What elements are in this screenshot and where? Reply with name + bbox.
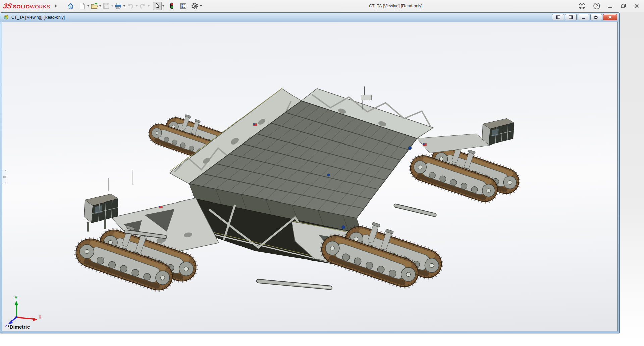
properties-button[interactable]: [179, 2, 188, 10]
home-icon: [67, 3, 74, 9]
save-icon: [103, 3, 109, 9]
gear-icon: [191, 2, 198, 9]
undo-dropdown[interactable]: [135, 2, 138, 10]
client-area-right: [620, 12, 644, 346]
options-button[interactable]: [191, 2, 199, 10]
pane-left-icon: [556, 15, 560, 19]
undo-icon: [127, 3, 134, 9]
operator-cab: [84, 194, 118, 232]
solidworks-app: 3S SOLIDWORKS: [0, 0, 644, 346]
redo-button[interactable]: [138, 2, 147, 10]
print-dropdown[interactable]: [123, 2, 126, 10]
doc-minimize-icon: [582, 16, 586, 19]
stoplight-icon: [170, 2, 174, 9]
open-button[interactable]: [90, 2, 99, 10]
doc-minimize-button[interactable]: [578, 14, 589, 20]
document-window-controls: [552, 14, 617, 20]
app-toolbar: 3S SOLIDWORKS: [0, 0, 644, 12]
cursor-arrow-icon: [155, 3, 160, 9]
save-dropdown[interactable]: [111, 2, 114, 10]
save-button[interactable]: [102, 2, 111, 10]
quick-access-toolbar: [66, 2, 203, 10]
axis-label-y: Y: [15, 296, 17, 300]
ds-3s-glyph: 3S: [2, 2, 13, 10]
assembly-icon: [3, 14, 9, 20]
open-icon: [91, 3, 98, 9]
restore-icon[interactable]: [621, 3, 627, 9]
doc-close-button[interactable]: [603, 14, 617, 20]
select-tool-button[interactable]: [153, 2, 162, 10]
rear-cab: [482, 118, 514, 145]
design-checker-button[interactable]: [168, 2, 176, 10]
new-document-dropdown[interactable]: [87, 2, 90, 10]
doc-restore-button[interactable]: [590, 14, 602, 20]
menu-flyout-arrow-icon[interactable]: [55, 4, 57, 8]
close-icon[interactable]: [634, 3, 639, 9]
app-window-controls: ?: [578, 0, 639, 12]
feature-tree-splitter-tab[interactable]: [2, 170, 6, 183]
view-orientation-label: *Dimetric: [8, 324, 30, 330]
minimize-icon[interactable]: [608, 3, 613, 9]
document-title: CT_TA [Viewing] [Read-only]: [11, 15, 65, 20]
options-dropdown[interactable]: [199, 2, 203, 10]
property-form-icon: [180, 3, 187, 9]
client-area-bottom: [0, 334, 620, 346]
account-icon[interactable]: [578, 2, 586, 10]
document-window: CT_TA [Viewing] [Read-only]: [0, 12, 620, 333]
open-dropdown[interactable]: [99, 2, 102, 10]
new-document-button[interactable]: [78, 2, 87, 10]
axis-label-z: Z: [5, 324, 7, 328]
document-titlebar[interactable]: CT_TA [Viewing] [Read-only]: [0, 13, 619, 22]
doc-close-icon: [608, 15, 612, 19]
model-crawler-transporter: Y X Z: [2, 22, 617, 331]
select-tool-dropdown[interactable]: [162, 2, 165, 10]
home-button[interactable]: [66, 2, 75, 10]
undo-button[interactable]: [126, 2, 135, 10]
pane-right-button[interactable]: [565, 14, 577, 20]
print-button[interactable]: [114, 2, 123, 10]
solidworks-logo: 3S SOLIDWORKS: [3, 2, 50, 10]
pane-right-icon: [569, 15, 573, 19]
redo-icon: [139, 3, 146, 9]
graphics-viewport[interactable]: Y X Z *Dimetric: [2, 22, 618, 331]
axis-triad: Y X Z: [5, 296, 41, 328]
axis-label-x: X: [39, 315, 41, 320]
app-title: CT_TA [Viewing] [Read-only]: [369, 0, 422, 12]
redo-dropdown[interactable]: [147, 2, 150, 10]
new-document-icon: [79, 3, 85, 9]
doc-restore-icon: [594, 15, 598, 19]
help-icon[interactable]: ?: [593, 2, 600, 10]
svg-text:?: ?: [595, 4, 598, 8]
pane-left-button[interactable]: [552, 14, 564, 20]
print-icon: [115, 3, 122, 9]
